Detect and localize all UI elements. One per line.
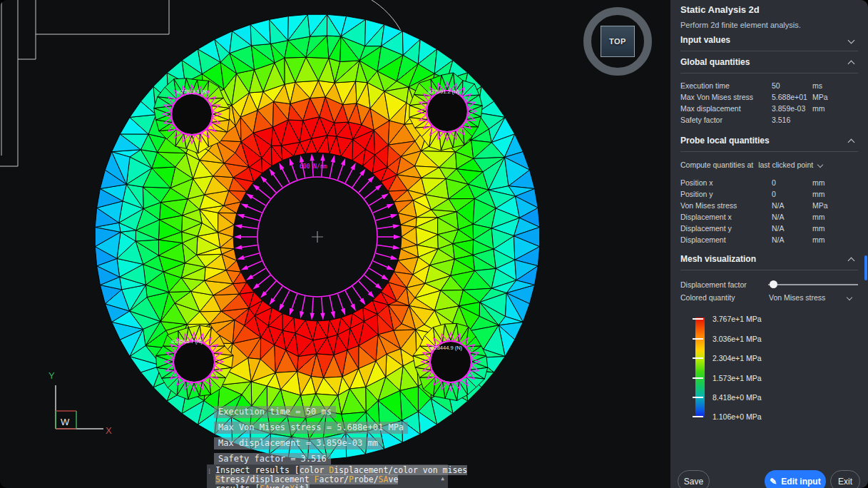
- quantity-row: Max Von Mises stress5.688e+01MPa: [680, 91, 858, 103]
- chevron-up-icon: [848, 60, 855, 67]
- quantity-row: Position y0mm: [680, 188, 858, 200]
- displacement-factor-label: Displacement factor: [680, 280, 768, 289]
- expand-history-icon[interactable]: ▲: [441, 474, 444, 483]
- compute-at-label: Compute quantities at: [680, 161, 753, 169]
- view-top-button[interactable]: TOP: [601, 26, 635, 57]
- slider-track: [768, 284, 858, 285]
- legend-entry: 3.767e+1 MPa: [713, 315, 762, 323]
- quantity-row: DisplacementN/Amm: [680, 234, 858, 245]
- panel-title: Static Analysis 2d: [680, 4, 858, 15]
- legend-entry: 2.304e+1 MPa: [713, 354, 762, 362]
- legend-tick: [693, 357, 703, 359]
- prompt-text[interactable]: Inspect results [color Displacement/colo…: [215, 466, 435, 488]
- ucs-y-label: Y: [48, 370, 55, 381]
- legend-entry: 3.036e+1 MPa: [713, 335, 762, 343]
- legend-tick: [693, 338, 703, 340]
- legend-entry: 1.106e+0 MPa: [713, 412, 762, 421]
- quantity-row: Von Mises stressN/AMPa: [680, 200, 858, 211]
- analysis-panel: Static Analysis 2d Perform 2d finite ele…: [670, 0, 868, 488]
- app-root: ⌀27899.3 (N)⌀27991.2 (N)⌀28546.7 (N)⌀284…: [0, 0, 868, 488]
- section-label: Mesh visualization: [680, 254, 756, 264]
- section-probe[interactable]: Probe local quantities: [680, 130, 858, 152]
- svg-text:⌀28546.7 (N): ⌀28546.7 (N): [171, 338, 203, 345]
- prompt-grip-icon: ⁞: [208, 467, 210, 476]
- quantity-row: Safety factor3.516: [680, 114, 858, 126]
- command-prompt[interactable]: ⁞ Inspect results [color Displacement/co…: [207, 464, 448, 488]
- section-global-quantities[interactable]: Global quantities: [680, 51, 858, 73]
- edit-input-button[interactable]: ✎ Edit input: [765, 470, 826, 488]
- quantity-row: Displacement yN/Amm: [680, 223, 858, 234]
- pencil-icon: ✎: [770, 477, 777, 487]
- edit-input-label: Edit input: [781, 477, 820, 487]
- section-input-values[interactable]: Input values: [680, 29, 858, 51]
- section-label: Input values: [680, 35, 730, 45]
- global-quantities-table: Execution time50msMax Von Mises stress5.…: [680, 80, 858, 126]
- view-navigation-widget[interactable]: TOP: [583, 7, 652, 76]
- section-mesh-visualization[interactable]: Mesh visualization: [680, 248, 858, 270]
- legend-tick: [693, 377, 703, 379]
- probe-quantities-table: Position x0mmPosition y0mmVon Mises stre…: [680, 177, 858, 245]
- command-history-line: Max Von Mises stress = 5.688e+01 MPa: [214, 422, 408, 434]
- svg-text:⌀27991.2 (N): ⌀27991.2 (N): [428, 88, 460, 95]
- svg-text:⌀28444.9 (N): ⌀28444.9 (N): [431, 345, 463, 351]
- quantity-row: Displacement xN/Amm: [680, 211, 858, 223]
- save-button[interactable]: Save: [678, 470, 710, 488]
- chevron-up-icon: [848, 138, 855, 146]
- panel-subtitle: Perform 2d finite element analysis.: [680, 21, 858, 29]
- legend-entry: 1.573e+1 MPa: [713, 374, 762, 382]
- chevron-up-icon: [848, 257, 855, 264]
- command-history-line: Execution time = 50 ms: [214, 406, 336, 418]
- compute-at-value[interactable]: last clicked point: [758, 161, 813, 169]
- quantity-row: Execution time50ms: [680, 80, 858, 91]
- chevron-down-icon: [848, 36, 855, 44]
- sidebar-scrollbar-thumb[interactable]: [864, 255, 867, 280]
- compute-at-dropdown[interactable]: Compute quantities at last clicked point: [680, 161, 858, 169]
- colored-quantity-label: Colored quantity: [680, 293, 769, 302]
- legend-color-bar: [695, 317, 705, 417]
- ucs-x-label: X: [106, 425, 112, 436]
- command-history: Execution time = 50 msMax Von Mises stre…: [214, 406, 408, 469]
- legend-entry: 8.418e+0 MPa: [713, 393, 762, 402]
- slider-thumb[interactable]: [770, 280, 777, 288]
- ucs-w-label: W: [61, 417, 70, 427]
- legend-tick: [693, 318, 703, 320]
- section-label: Global quantities: [680, 57, 750, 67]
- quantity-row: Position x0mm: [680, 177, 858, 188]
- command-history-line: Max displacement = 3.859e-03 mm: [214, 437, 382, 449]
- stress-color-legend: 3.767e+1 MPa3.036e+1 MPa2.304e+1 MPa1.57…: [695, 317, 858, 419]
- svg-text:⌀27899.3 (N): ⌀27899.3 (N): [177, 88, 209, 95]
- chevron-down-icon: [847, 295, 852, 300]
- command-history-line: Safety factor = 3.516: [214, 453, 331, 465]
- displacement-factor-slider[interactable]: [768, 280, 858, 289]
- quantity-row: Max displacement3.859e-03mm: [680, 103, 858, 114]
- chevron-down-icon: [817, 162, 823, 168]
- viewport-canvas[interactable]: ⌀27899.3 (N)⌀27991.2 (N)⌀28546.7 (N)⌀284…: [0, 0, 670, 488]
- section-label: Probe local quantities: [680, 136, 770, 146]
- colored-quantity-dropdown[interactable]: Von Mises stress: [769, 293, 847, 302]
- exit-button[interactable]: Exit: [830, 470, 860, 488]
- legend-tick: [693, 416, 703, 417]
- legend-tick: [693, 397, 703, 398]
- svg-text:600 N/mm: 600 N/mm: [300, 163, 327, 170]
